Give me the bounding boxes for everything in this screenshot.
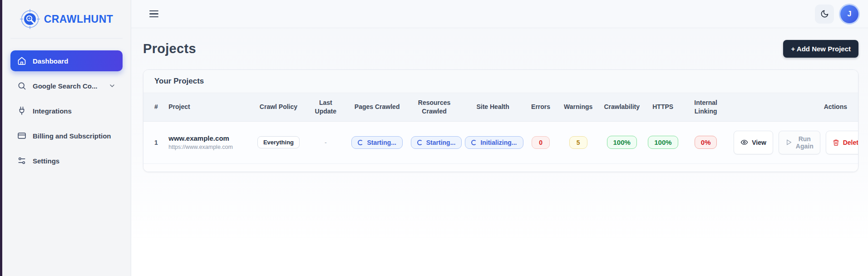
credit-card-icon xyxy=(17,131,26,140)
sidebar-item-google-search-console[interactable]: Google Search Co... xyxy=(10,75,123,96)
crawl-policy-badge: Everything xyxy=(257,136,300,148)
col-header-project: Project xyxy=(165,93,253,121)
sidebar-item-label: Dashboard xyxy=(33,57,68,65)
pages-crawled-badge: Starting... xyxy=(351,136,403,149)
view-button[interactable]: View xyxy=(734,131,773,154)
add-new-project-button[interactable]: + Add New Project xyxy=(783,40,858,58)
col-header-warnings: Warnings xyxy=(557,93,599,121)
col-header-site-health: Site Health xyxy=(461,93,524,121)
sidebar-item-settings[interactable]: Settings xyxy=(10,150,123,171)
home-icon xyxy=(17,56,26,65)
col-header-actions: Actions xyxy=(730,93,858,121)
errors-badge: 0 xyxy=(532,136,550,149)
col-header-last-update: Last Update xyxy=(304,93,347,121)
last-update-value: - xyxy=(325,139,327,146)
col-header-pages-crawled: Pages Crawled xyxy=(347,93,407,121)
table-header-row: # Project Crawl Policy Last Update Pages… xyxy=(143,93,858,121)
col-header-resources-crawled: Resources Crawled xyxy=(407,93,462,121)
sidebar: CRAWLHUNT Dashboard Google Search Co... xyxy=(2,0,131,276)
col-header-crawlability: Crawlability xyxy=(599,93,644,121)
topbar: J xyxy=(131,0,868,28)
projects-table: # Project Crawl Policy Last Update Pages… xyxy=(143,93,858,164)
chevron-down-icon xyxy=(108,82,116,89)
loading-spinner-icon xyxy=(358,140,363,145)
resources-crawled-badge: Starting... xyxy=(411,136,462,149)
col-header-index: # xyxy=(143,93,165,121)
sidebar-item-integrations[interactable]: Integrations xyxy=(10,100,123,121)
projects-card: Your Projects # Project Crawl Policy Las… xyxy=(143,69,858,172)
hamburger-menu-icon[interactable] xyxy=(148,9,160,20)
col-header-https: HTTPS xyxy=(644,93,681,121)
delete-button[interactable]: Delete xyxy=(826,131,858,154)
play-icon xyxy=(785,139,792,146)
sidebar-item-label: Integrations xyxy=(33,107,72,115)
card-title: Your Projects xyxy=(143,70,858,93)
sidebar-nav: Dashboard Google Search Co... xyxy=(2,39,131,183)
brand-name: CRAWLHUNT xyxy=(44,13,113,25)
col-header-crawl-policy: Crawl Policy xyxy=(253,93,304,121)
sidebar-item-label: Google Search Co... xyxy=(33,82,98,90)
main-area: J Projects + Add New Project Your Projec… xyxy=(131,0,868,276)
table-row: 1 www.example.com https://www.example.co… xyxy=(143,121,858,163)
https-badge: 100% xyxy=(648,136,678,149)
sidebar-item-billing[interactable]: Billing and Subscription xyxy=(10,125,123,146)
brand-logo: CRAWLHUNT xyxy=(10,0,123,39)
col-header-errors: Errors xyxy=(524,93,557,121)
page-content: Projects + Add New Project Your Projects… xyxy=(131,28,868,276)
sidebar-item-dashboard[interactable]: Dashboard xyxy=(10,50,123,71)
col-header-internal-linking: Internal Linking xyxy=(681,93,730,121)
row-index: 1 xyxy=(154,139,158,146)
loading-spinner-icon xyxy=(417,140,423,145)
sliders-icon xyxy=(17,156,26,165)
crawlhunt-target-logo-icon xyxy=(20,9,40,29)
card-footer-padding xyxy=(143,164,858,172)
project-name: www.example.com xyxy=(168,134,249,142)
warnings-badge: 5 xyxy=(569,136,587,149)
loading-spinner-icon xyxy=(471,140,477,145)
user-avatar[interactable]: J xyxy=(840,5,858,23)
sidebar-item-label: Settings xyxy=(33,157,59,165)
plug-icon xyxy=(17,106,26,115)
page-title: Projects xyxy=(143,41,196,56)
theme-toggle-button[interactable] xyxy=(815,5,834,24)
run-again-button[interactable]: Run Again xyxy=(779,131,820,154)
moon-icon xyxy=(820,10,829,18)
eye-icon xyxy=(740,138,748,146)
search-icon xyxy=(17,81,26,90)
crawlability-badge: 100% xyxy=(607,136,637,149)
sidebar-item-label: Billing and Subscription xyxy=(33,132,111,140)
trash-icon xyxy=(833,139,839,146)
site-health-badge: Initializing... xyxy=(465,136,523,149)
internal-linking-badge: 0% xyxy=(695,136,717,149)
project-url: https://www.example.com xyxy=(168,144,249,150)
